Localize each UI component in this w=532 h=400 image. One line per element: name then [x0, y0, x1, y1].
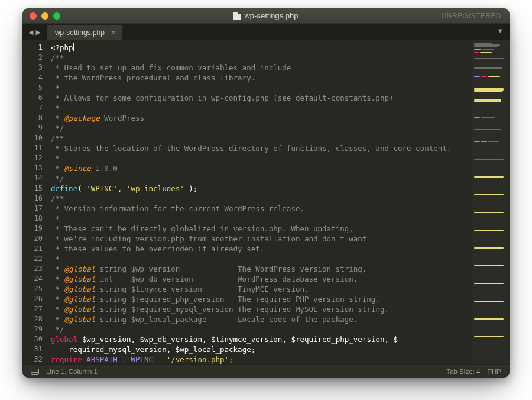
status-cursor-position[interactable]: Line 1, Column 1: [46, 368, 98, 375]
window-title-text: wp-settings.php: [244, 11, 298, 20]
zoom-window-button[interactable]: [53, 12, 60, 20]
status-syntax[interactable]: PHP: [487, 368, 501, 375]
nav-back-button[interactable]: ◀: [28, 28, 33, 36]
line-number-gutter[interactable]: 1234567891011121314151617181920212223242…: [22, 40, 48, 364]
titlebar: wp-settings.php UNREGISTERED: [22, 8, 510, 24]
file-icon: [233, 12, 241, 20]
code-area[interactable]: <?php/** * Used to set up and fix common…: [48, 40, 472, 364]
window-controls: [22, 12, 60, 20]
status-tab-size[interactable]: Tab Size: 4: [446, 368, 480, 375]
tab-bar: ◀ ▶ wp-settings.php ✕ ▲: [22, 24, 510, 40]
editor-area: 1234567891011121314151617181920212223242…: [22, 40, 510, 364]
tab-close-button[interactable]: ✕: [111, 28, 116, 37]
tab-history-nav: ◀ ▶: [22, 24, 47, 40]
window-title: wp-settings.php: [22, 11, 510, 20]
minimize-window-button[interactable]: [41, 12, 48, 20]
nav-forward-button[interactable]: ▶: [35, 28, 40, 36]
registration-status: UNREGISTERED: [442, 12, 510, 20]
tab-active[interactable]: wp-settings.php ✕: [47, 25, 122, 40]
close-window-button[interactable]: [30, 12, 37, 20]
minimap[interactable]: [472, 40, 510, 364]
tab-overflow-button[interactable]: ▲: [491, 24, 510, 40]
tab-label: wp-settings.php: [55, 28, 105, 37]
status-bar: Line 1, Column 1 Tab Size: 4 PHP: [22, 364, 510, 378]
panel-toggle-icon[interactable]: [31, 369, 39, 375]
editor-window: wp-settings.php UNREGISTERED ◀ ▶ wp-sett…: [22, 8, 510, 378]
